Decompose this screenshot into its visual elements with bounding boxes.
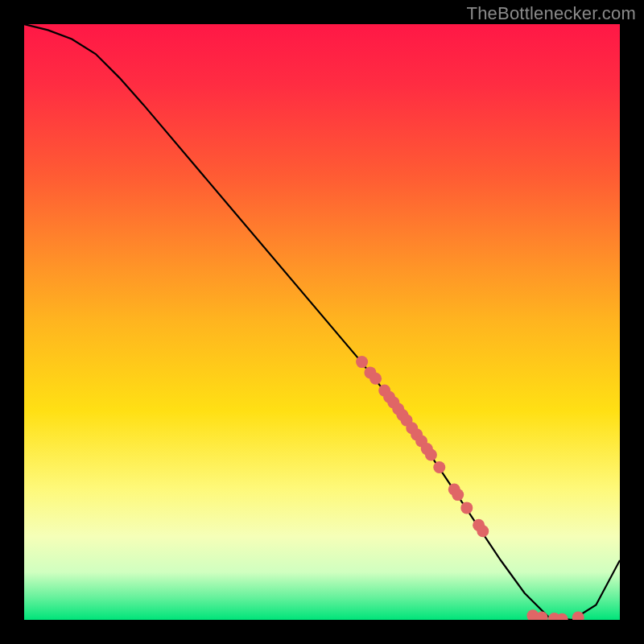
watermark-text: TheBottlenecker.com — [467, 3, 636, 24]
sample-point — [460, 502, 473, 514]
sample-point — [433, 461, 445, 473]
chart-frame: TheBottlenecker.com — [0, 0, 644, 644]
sample-point — [369, 373, 382, 385]
chart-plot-area — [24, 24, 620, 620]
sample-point — [477, 525, 489, 537]
bottleneck-curve — [24, 24, 620, 620]
sample-point — [452, 489, 464, 501]
sample-point — [425, 449, 437, 461]
sample-points-group — [356, 356, 584, 620]
chart-svg — [24, 24, 620, 620]
sample-point — [356, 356, 368, 368]
